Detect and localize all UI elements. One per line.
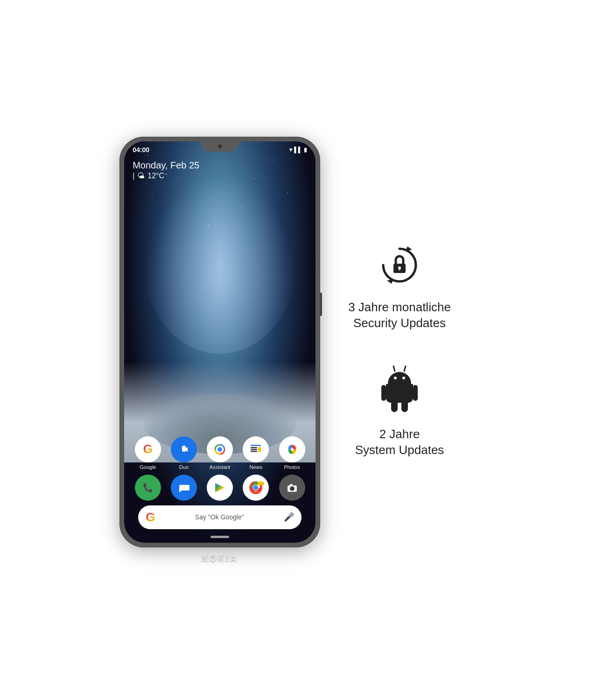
app-item-messages[interactable] bbox=[167, 475, 201, 501]
android-antenna-right bbox=[403, 365, 407, 372]
separator: | bbox=[133, 172, 134, 180]
app-label-news: News bbox=[250, 464, 263, 470]
svg-rect-30 bbox=[399, 268, 400, 270]
app-item-news[interactable]: News bbox=[239, 436, 273, 470]
messages-icon bbox=[171, 475, 197, 501]
date-display: Monday, Feb 25 bbox=[133, 160, 307, 171]
security-icon-area bbox=[376, 242, 423, 288]
android-leg-right bbox=[401, 403, 408, 412]
app-item-duo[interactable]: Duo bbox=[167, 436, 201, 470]
photos-svg bbox=[284, 441, 301, 458]
app-item-photos[interactable]: Photos bbox=[275, 436, 309, 470]
google-search-bar[interactable]: G Say "Ok Google" 🎤 bbox=[138, 505, 302, 529]
chrome-svg bbox=[247, 479, 264, 496]
app-row-1: G Google bbox=[130, 436, 310, 470]
svg-rect-9 bbox=[258, 447, 261, 452]
phone-screen: 04:00 ▾ ▌▌ ▮ Monday, Feb 25 | 🌤 12°C bbox=[124, 141, 316, 543]
svg-marker-27 bbox=[387, 279, 393, 284]
news-icon bbox=[243, 436, 269, 462]
camera-notch bbox=[201, 141, 238, 152]
apps-section: G Google bbox=[124, 184, 316, 543]
android-legs bbox=[391, 403, 408, 412]
wifi-icon: ▾ bbox=[289, 147, 292, 153]
android-body bbox=[386, 384, 413, 403]
system-updates-item: 2 JahreSystem Updates bbox=[355, 369, 444, 458]
messages-svg bbox=[175, 479, 192, 496]
play-svg bbox=[211, 479, 228, 496]
app-item-chrome[interactable] bbox=[239, 475, 273, 501]
svg-point-11 bbox=[291, 448, 294, 451]
search-placeholder: Say "Ok Google" bbox=[160, 513, 279, 521]
weather-display: | 🌤 12°C bbox=[133, 172, 307, 180]
date-weather-widget: Monday, Feb 25 | 🌤 12°C bbox=[124, 154, 316, 184]
svg-rect-25 bbox=[290, 484, 293, 486]
google-icon: G bbox=[135, 436, 161, 462]
duo-svg bbox=[175, 441, 192, 458]
app-label-assistant: Assistant bbox=[210, 464, 231, 470]
svg-point-24 bbox=[290, 487, 294, 490]
svg-rect-8 bbox=[251, 451, 257, 452]
app-row-2: 📞 bbox=[130, 475, 310, 501]
camera-svg bbox=[284, 479, 301, 496]
phone-svg: 📞 bbox=[140, 479, 156, 496]
system-label: 2 JahreSystem Updates bbox=[355, 427, 444, 458]
svg-text:📞: 📞 bbox=[143, 483, 154, 493]
lock-refresh-svg bbox=[379, 244, 421, 286]
lock-refresh-icon bbox=[379, 244, 421, 286]
mic-icon: 🎤 bbox=[284, 512, 294, 522]
home-indicator bbox=[130, 536, 310, 543]
nokia-brand: NOKIA bbox=[202, 554, 238, 564]
features-panel: 3 Jahre monatlicheSecurity Updates bbox=[348, 242, 470, 458]
front-camera bbox=[218, 144, 222, 148]
svg-point-20 bbox=[253, 485, 258, 490]
page-container: 04:00 ▾ ▌▌ ▮ Monday, Feb 25 | 🌤 12°C bbox=[0, 0, 589, 700]
app-label-google: Google bbox=[140, 464, 156, 470]
app-item-assistant[interactable]: Assistant bbox=[203, 436, 237, 470]
camera-icon bbox=[279, 475, 305, 501]
status-icons: ▾ ▌▌ ▮ bbox=[289, 147, 307, 153]
android-arm-left bbox=[381, 385, 386, 401]
side-button bbox=[320, 293, 322, 316]
status-time: 04:00 bbox=[133, 146, 149, 154]
app-item-play[interactable] bbox=[203, 475, 237, 501]
svg-rect-5 bbox=[251, 445, 261, 446]
chrome-icon bbox=[243, 475, 269, 501]
security-updates-item: 3 Jahre monatlicheSecurity Updates bbox=[348, 242, 451, 331]
android-icon-area bbox=[376, 369, 423, 415]
svg-rect-6 bbox=[251, 447, 257, 448]
home-pill[interactable] bbox=[210, 536, 229, 538]
search-g-logo: G bbox=[146, 510, 155, 525]
app-item-camera[interactable] bbox=[275, 475, 309, 501]
duo-icon bbox=[171, 436, 197, 462]
svg-rect-7 bbox=[251, 449, 257, 450]
app-label-duo: Duo bbox=[179, 464, 189, 470]
temperature: 12°C bbox=[147, 172, 164, 180]
app-label-photos: Photos bbox=[284, 464, 300, 470]
signal-icon: ▌▌ bbox=[294, 147, 302, 153]
svg-point-3 bbox=[217, 447, 222, 452]
phone-device: 04:00 ▾ ▌▌ ▮ Monday, Feb 25 | 🌤 12°C bbox=[119, 137, 320, 547]
app-item-phone[interactable]: 📞 bbox=[131, 475, 165, 501]
android-eye-left bbox=[394, 377, 397, 379]
weather-icon: 🌤 bbox=[137, 172, 145, 180]
android-robot-icon bbox=[386, 372, 413, 412]
app-item-google[interactable]: G Google bbox=[131, 436, 165, 470]
phone-icon: 📞 bbox=[135, 475, 161, 501]
assistant-svg bbox=[211, 441, 228, 458]
assistant-icon bbox=[207, 436, 233, 462]
android-leg-left bbox=[391, 403, 398, 412]
security-label: 3 Jahre monatlicheSecurity Updates bbox=[348, 300, 451, 331]
play-icon bbox=[207, 475, 233, 501]
android-arm-right bbox=[413, 385, 418, 401]
news-svg bbox=[247, 441, 264, 458]
battery-icon: ▮ bbox=[304, 147, 307, 153]
android-head bbox=[388, 372, 411, 384]
android-antenna-left bbox=[393, 365, 396, 372]
google-g-logo: G bbox=[143, 442, 153, 456]
phone-wrapper: 04:00 ▾ ▌▌ ▮ Monday, Feb 25 | 🌤 12°C bbox=[119, 137, 320, 564]
android-eye-right bbox=[402, 377, 405, 379]
svg-marker-26 bbox=[406, 246, 412, 251]
photos-icon bbox=[279, 436, 305, 462]
